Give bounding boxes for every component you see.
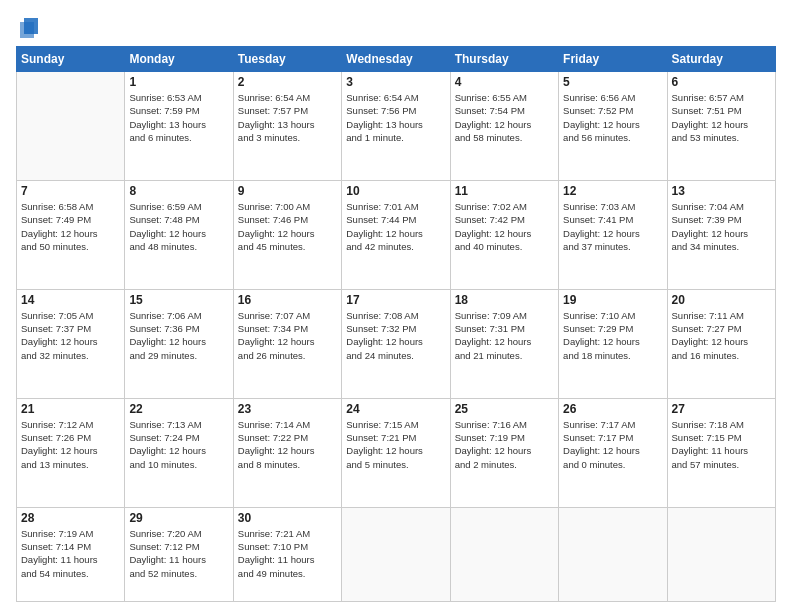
logo-icon (18, 16, 40, 42)
weekday-header-thursday: Thursday (450, 47, 558, 72)
calendar-cell: 7Sunrise: 6:58 AMSunset: 7:49 PMDaylight… (17, 180, 125, 289)
calendar-cell: 4Sunrise: 6:55 AMSunset: 7:54 PMDaylight… (450, 72, 558, 181)
day-info: Sunrise: 7:09 AMSunset: 7:31 PMDaylight:… (455, 309, 554, 362)
calendar-cell (450, 507, 558, 601)
day-number: 4 (455, 75, 554, 89)
day-number: 9 (238, 184, 337, 198)
day-info: Sunrise: 6:54 AMSunset: 7:57 PMDaylight:… (238, 91, 337, 144)
calendar-cell: 22Sunrise: 7:13 AMSunset: 7:24 PMDayligh… (125, 398, 233, 507)
calendar-cell: 6Sunrise: 6:57 AMSunset: 7:51 PMDaylight… (667, 72, 775, 181)
calendar-cell (667, 507, 775, 601)
calendar-cell: 15Sunrise: 7:06 AMSunset: 7:36 PMDayligh… (125, 289, 233, 398)
day-number: 27 (672, 402, 771, 416)
calendar-cell (342, 507, 450, 601)
calendar-cell: 30Sunrise: 7:21 AMSunset: 7:10 PMDayligh… (233, 507, 341, 601)
calendar-cell: 12Sunrise: 7:03 AMSunset: 7:41 PMDayligh… (559, 180, 667, 289)
day-number: 14 (21, 293, 120, 307)
calendar-cell: 9Sunrise: 7:00 AMSunset: 7:46 PMDaylight… (233, 180, 341, 289)
day-number: 22 (129, 402, 228, 416)
weekday-header-monday: Monday (125, 47, 233, 72)
day-info: Sunrise: 7:00 AMSunset: 7:46 PMDaylight:… (238, 200, 337, 253)
svg-marker-1 (20, 22, 34, 38)
logo (16, 16, 40, 38)
day-number: 18 (455, 293, 554, 307)
day-info: Sunrise: 7:11 AMSunset: 7:27 PMDaylight:… (672, 309, 771, 362)
day-number: 24 (346, 402, 445, 416)
day-number: 17 (346, 293, 445, 307)
day-info: Sunrise: 7:10 AMSunset: 7:29 PMDaylight:… (563, 309, 662, 362)
calendar-cell: 29Sunrise: 7:20 AMSunset: 7:12 PMDayligh… (125, 507, 233, 601)
calendar-cell: 19Sunrise: 7:10 AMSunset: 7:29 PMDayligh… (559, 289, 667, 398)
day-info: Sunrise: 7:12 AMSunset: 7:26 PMDaylight:… (21, 418, 120, 471)
day-info: Sunrise: 7:02 AMSunset: 7:42 PMDaylight:… (455, 200, 554, 253)
day-number: 5 (563, 75, 662, 89)
day-info: Sunrise: 7:19 AMSunset: 7:14 PMDaylight:… (21, 527, 120, 580)
day-info: Sunrise: 7:14 AMSunset: 7:22 PMDaylight:… (238, 418, 337, 471)
calendar-cell: 20Sunrise: 7:11 AMSunset: 7:27 PMDayligh… (667, 289, 775, 398)
weekday-header-friday: Friday (559, 47, 667, 72)
calendar-cell: 24Sunrise: 7:15 AMSunset: 7:21 PMDayligh… (342, 398, 450, 507)
day-info: Sunrise: 7:15 AMSunset: 7:21 PMDaylight:… (346, 418, 445, 471)
day-number: 15 (129, 293, 228, 307)
day-info: Sunrise: 6:56 AMSunset: 7:52 PMDaylight:… (563, 91, 662, 144)
calendar-cell: 5Sunrise: 6:56 AMSunset: 7:52 PMDaylight… (559, 72, 667, 181)
day-number: 3 (346, 75, 445, 89)
calendar-cell: 13Sunrise: 7:04 AMSunset: 7:39 PMDayligh… (667, 180, 775, 289)
day-info: Sunrise: 7:17 AMSunset: 7:17 PMDaylight:… (563, 418, 662, 471)
calendar-cell: 28Sunrise: 7:19 AMSunset: 7:14 PMDayligh… (17, 507, 125, 601)
calendar-cell: 25Sunrise: 7:16 AMSunset: 7:19 PMDayligh… (450, 398, 558, 507)
day-info: Sunrise: 7:05 AMSunset: 7:37 PMDaylight:… (21, 309, 120, 362)
calendar-table: SundayMondayTuesdayWednesdayThursdayFrid… (16, 46, 776, 602)
calendar-cell: 14Sunrise: 7:05 AMSunset: 7:37 PMDayligh… (17, 289, 125, 398)
day-info: Sunrise: 7:07 AMSunset: 7:34 PMDaylight:… (238, 309, 337, 362)
day-number: 2 (238, 75, 337, 89)
day-info: Sunrise: 6:54 AMSunset: 7:56 PMDaylight:… (346, 91, 445, 144)
weekday-header-tuesday: Tuesday (233, 47, 341, 72)
day-number: 30 (238, 511, 337, 525)
weekday-header-sunday: Sunday (17, 47, 125, 72)
day-info: Sunrise: 7:21 AMSunset: 7:10 PMDaylight:… (238, 527, 337, 580)
calendar-cell: 23Sunrise: 7:14 AMSunset: 7:22 PMDayligh… (233, 398, 341, 507)
day-number: 10 (346, 184, 445, 198)
day-number: 12 (563, 184, 662, 198)
calendar-cell: 16Sunrise: 7:07 AMSunset: 7:34 PMDayligh… (233, 289, 341, 398)
calendar-cell: 3Sunrise: 6:54 AMSunset: 7:56 PMDaylight… (342, 72, 450, 181)
calendar-cell: 2Sunrise: 6:54 AMSunset: 7:57 PMDaylight… (233, 72, 341, 181)
day-info: Sunrise: 7:06 AMSunset: 7:36 PMDaylight:… (129, 309, 228, 362)
weekday-header-saturday: Saturday (667, 47, 775, 72)
calendar-cell: 1Sunrise: 6:53 AMSunset: 7:59 PMDaylight… (125, 72, 233, 181)
day-number: 13 (672, 184, 771, 198)
day-number: 28 (21, 511, 120, 525)
day-info: Sunrise: 6:58 AMSunset: 7:49 PMDaylight:… (21, 200, 120, 253)
page-header (16, 16, 776, 38)
day-info: Sunrise: 6:59 AMSunset: 7:48 PMDaylight:… (129, 200, 228, 253)
day-info: Sunrise: 7:13 AMSunset: 7:24 PMDaylight:… (129, 418, 228, 471)
day-number: 20 (672, 293, 771, 307)
day-number: 25 (455, 402, 554, 416)
day-info: Sunrise: 6:55 AMSunset: 7:54 PMDaylight:… (455, 91, 554, 144)
day-number: 16 (238, 293, 337, 307)
day-number: 1 (129, 75, 228, 89)
day-info: Sunrise: 6:53 AMSunset: 7:59 PMDaylight:… (129, 91, 228, 144)
day-number: 26 (563, 402, 662, 416)
calendar-cell: 18Sunrise: 7:09 AMSunset: 7:31 PMDayligh… (450, 289, 558, 398)
day-info: Sunrise: 7:01 AMSunset: 7:44 PMDaylight:… (346, 200, 445, 253)
day-info: Sunrise: 7:16 AMSunset: 7:19 PMDaylight:… (455, 418, 554, 471)
calendar-cell: 17Sunrise: 7:08 AMSunset: 7:32 PMDayligh… (342, 289, 450, 398)
day-number: 21 (21, 402, 120, 416)
calendar-cell: 21Sunrise: 7:12 AMSunset: 7:26 PMDayligh… (17, 398, 125, 507)
day-info: Sunrise: 7:04 AMSunset: 7:39 PMDaylight:… (672, 200, 771, 253)
calendar-cell: 10Sunrise: 7:01 AMSunset: 7:44 PMDayligh… (342, 180, 450, 289)
day-info: Sunrise: 7:08 AMSunset: 7:32 PMDaylight:… (346, 309, 445, 362)
day-number: 6 (672, 75, 771, 89)
calendar-cell: 8Sunrise: 6:59 AMSunset: 7:48 PMDaylight… (125, 180, 233, 289)
day-number: 29 (129, 511, 228, 525)
day-info: Sunrise: 6:57 AMSunset: 7:51 PMDaylight:… (672, 91, 771, 144)
day-number: 7 (21, 184, 120, 198)
day-number: 19 (563, 293, 662, 307)
day-info: Sunrise: 7:20 AMSunset: 7:12 PMDaylight:… (129, 527, 228, 580)
day-info: Sunrise: 7:18 AMSunset: 7:15 PMDaylight:… (672, 418, 771, 471)
weekday-header-wednesday: Wednesday (342, 47, 450, 72)
day-number: 8 (129, 184, 228, 198)
day-number: 23 (238, 402, 337, 416)
